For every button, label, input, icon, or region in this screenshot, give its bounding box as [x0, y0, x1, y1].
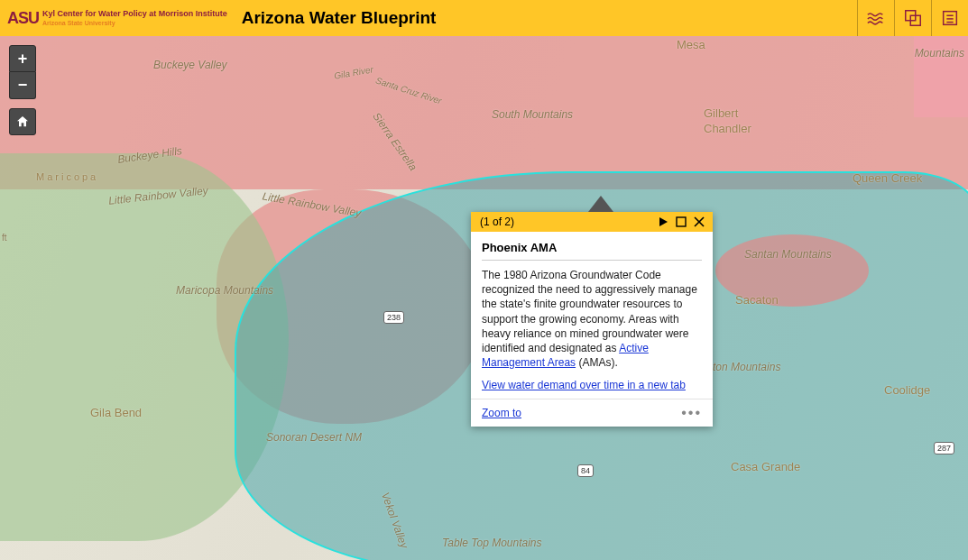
logo-asu-mark: ASU	[7, 9, 39, 28]
popup-zoom-to-link[interactable]: Zoom to	[482, 407, 521, 419]
label-santan: Santan Mountains	[744, 248, 832, 261]
route-238: 238	[383, 311, 404, 324]
city-casa-grande: Casa Grande	[731, 460, 800, 473]
map-canvas[interactable]: Buckeye Valley Buckeye Hills Little Rain…	[0, 36, 968, 560]
city-maricopa: Maricopa	[36, 171, 98, 182]
label-south-mtns: South Mountains	[492, 108, 573, 121]
logo-line-1: Kyl Center for Water Policy at Morrison …	[42, 10, 227, 18]
city-sacaton: Sacaton	[735, 293, 779, 307]
zoom-out-button[interactable]: −	[9, 72, 36, 99]
popup-header: (1 of 2)	[471, 212, 713, 232]
label-ft: ft	[2, 233, 7, 243]
route-287: 287	[934, 442, 954, 454]
popup-desc-text-1: The 1980 Arizona Groundwater Code recogn…	[482, 269, 697, 354]
zoom-controls: + −	[9, 45, 36, 135]
popup-body: Phoenix AMA The 1980 Arizona Groundwater…	[471, 232, 713, 399]
popup-footer: Zoom to •••	[471, 399, 713, 427]
popup-view-demand-link[interactable]: View water demand over time in a new tab	[482, 379, 686, 391]
popup-desc-text-2: (AMAs).	[576, 356, 618, 369]
popup-close-button[interactable]	[691, 214, 707, 230]
city-queen-creek: Queen Creek	[853, 171, 922, 185]
org-logo[interactable]: ASU Kyl Center for Water Policy at Morri…	[0, 0, 235, 36]
zoom-in-button[interactable]: +	[9, 45, 36, 72]
app-header: ASU Kyl Center for Water Policy at Morri…	[0, 0, 968, 36]
layers-water-icon[interactable]	[857, 0, 894, 36]
city-mesa: Mesa	[677, 38, 705, 51]
city-coolidge: Coolidge	[884, 383, 930, 397]
layers-stack-icon[interactable]	[894, 0, 931, 36]
popup-view-link-row: View water demand over time in a new tab	[482, 379, 702, 391]
close-icon	[694, 216, 705, 227]
label-mtns-ne: Mountains	[915, 47, 964, 60]
label-table-top: Table Top Mountains	[442, 537, 542, 549]
popup-description: The 1980 Arizona Groundwater Code recogn…	[482, 268, 702, 370]
home-button[interactable]	[9, 108, 36, 135]
svg-rect-7	[677, 217, 686, 226]
city-chandler: Chandler	[704, 122, 751, 135]
label-sonoran-nm: Sonoran Desert NM	[266, 431, 362, 444]
page-title: Arizona Water Blueprint	[242, 8, 437, 28]
maximize-icon	[676, 216, 687, 227]
popup-title: Phoenix AMA	[482, 241, 702, 261]
logo-line-2: Arizona State University	[42, 20, 227, 26]
popup-more-actions-button[interactable]: •••	[681, 409, 702, 417]
label-buckeye-valley: Buckeye Valley	[153, 59, 227, 71]
header-tools	[857, 0, 968, 36]
feature-popup: (1 of 2) Phoenix AMA The 1980 Arizona Gr…	[471, 212, 713, 427]
play-icon	[658, 216, 668, 227]
label-maricopa-mtns: Maricopa Mountains	[176, 284, 273, 297]
legend-icon[interactable]	[931, 0, 968, 36]
label-mtns-e: ton Mountains	[713, 361, 780, 373]
popup-dock-button[interactable]	[673, 214, 689, 230]
route-84: 84	[577, 464, 594, 477]
popup-pager: (1 of 2)	[480, 216, 514, 228]
popup-pointer	[588, 196, 613, 212]
city-gila-bend: Gila Bend	[90, 406, 142, 419]
city-gilbert: Gilbert	[704, 106, 738, 120]
popup-next-button[interactable]	[655, 214, 671, 230]
svg-marker-6	[659, 217, 668, 226]
home-icon	[15, 115, 30, 129]
